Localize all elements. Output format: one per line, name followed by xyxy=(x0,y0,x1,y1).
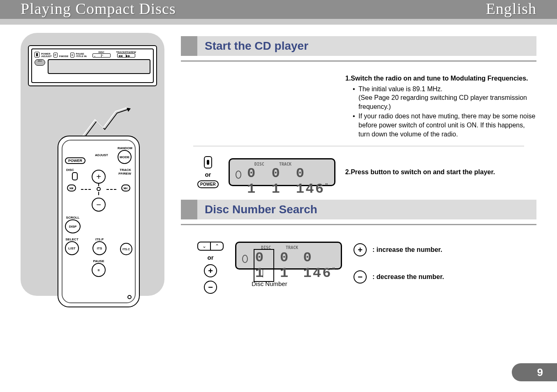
power-rect-icon xyxy=(204,156,212,168)
disc-search-legend: + : increase the number. − : decrease th… xyxy=(354,242,536,297)
disc-search-controls: ⌄ ⌃ or + − xyxy=(197,242,224,294)
hu-power-label: POWER /ADJUST xyxy=(41,53,52,58)
remote-its-button: ITS xyxy=(92,241,106,255)
hu-track-rocker: ◀◀▶▶ xyxy=(117,53,135,58)
remote-disc-button xyxy=(72,172,78,180)
step-1: 1.Switch the radio on and tune to Modula… xyxy=(193,74,536,139)
remote-random-label: RANDOM xyxy=(118,146,132,150)
power-button-icons: or POWER xyxy=(197,156,219,188)
plus-button-icon: + xyxy=(204,264,217,277)
remote-dpad: DISC TRACK FF/REW + ⏮ ⏭ − xyxy=(68,168,129,213)
chevron-down-icon: ⌄ xyxy=(198,242,211,250)
hu-disc-badge: disc xyxy=(35,59,45,66)
remote-minus-button: − xyxy=(92,198,106,212)
lcd-display-2: DISC TRACK 0 1 0 1 0 146" xyxy=(235,242,342,270)
remote-list-button: LIST xyxy=(65,241,79,255)
remote-led xyxy=(127,295,132,299)
lcd-display-1: DISC TRACK 0 1 0 1 0 146" xyxy=(229,158,335,186)
remote-fwd-button: ⏭ xyxy=(121,184,130,191)
remote-disp-button: DISP xyxy=(65,219,81,233)
content-area: Start the CD player 1.Switch the radio o… xyxy=(181,33,536,300)
remote-itsc-button: ITS.C xyxy=(120,243,132,255)
hu-pmode-button: P xyxy=(53,53,58,58)
section-heading-start: Start the CD player xyxy=(181,36,536,56)
header-bar: Playing Compact Discs English xyxy=(0,0,557,25)
plus-icon: + xyxy=(354,243,367,256)
cd-spin-icon xyxy=(236,171,241,179)
hu-pause-button: II xyxy=(70,53,74,58)
remote-plus-button: + xyxy=(92,170,106,184)
remote-power-button: POWER xyxy=(65,157,86,164)
chevron-up-icon: ⌃ xyxy=(211,242,223,250)
page-number-tab: 9 xyxy=(512,363,557,381)
hu-pause-label: PAUSE /TITLE IN xyxy=(76,53,87,58)
page-title: Playing Compact Discs xyxy=(21,1,176,18)
remote-rev-button: ⏮ xyxy=(67,184,76,191)
head-unit-illustration: POWER /ADJUST P P.MODE II PAUSE /TITLE I… xyxy=(28,45,157,86)
minus-icon: − xyxy=(354,270,367,284)
remote-illustration: POWER ADJUST RANDOM MODE DISC TRACK FF/R… xyxy=(58,136,140,307)
device-illustration-panel: POWER /ADJUST P P.MODE II PAUSE /TITLE I… xyxy=(21,33,164,296)
rocker-button: ⌄ ⌃ xyxy=(197,242,224,251)
remote-pause-button: II xyxy=(92,263,106,277)
minus-button-icon: − xyxy=(204,281,217,294)
remote-adjust-label: ADJUST xyxy=(95,153,108,157)
power-pill-icon: POWER xyxy=(197,180,219,188)
language-label: English xyxy=(486,1,536,18)
step-2: or POWER DISC TRACK 0 1 0 1 0 146" 2.Pre… xyxy=(197,156,536,188)
remote-mode-button: MODE xyxy=(118,150,132,164)
divider xyxy=(193,146,524,146)
callout-arrow xyxy=(82,107,132,140)
cd-spin-icon xyxy=(242,255,248,263)
hu-power-button xyxy=(35,52,39,58)
section-heading-disc-search: Disc Number Search xyxy=(181,200,536,219)
hu-lcd xyxy=(48,59,150,74)
hu-disc-rocker: ⌄⌃ xyxy=(92,53,111,58)
hu-pmode-label: P.MODE xyxy=(59,55,69,58)
